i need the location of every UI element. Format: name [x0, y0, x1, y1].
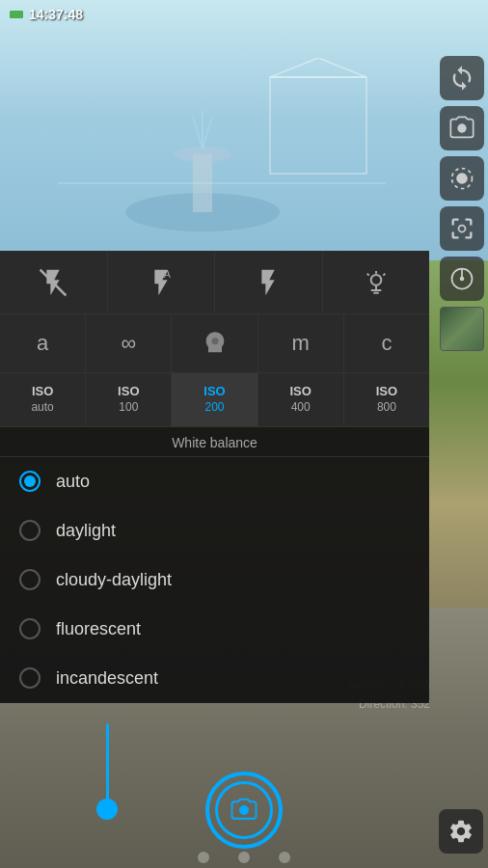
shutter-inner	[215, 781, 273, 839]
wb-cloudy-label: cloudy-daylight	[56, 570, 172, 590]
slider-thumb[interactable]	[96, 799, 118, 820]
iso-400-label: ISO	[290, 384, 312, 400]
wb-auto-item[interactable]: auto	[0, 457, 429, 506]
iso-100-label: ISO	[118, 384, 139, 400]
wb-daylight-item[interactable]: daylight	[0, 506, 429, 556]
mode-continuous-button[interactable]: c	[344, 314, 429, 372]
timer-icon	[448, 265, 475, 292]
right-controls	[435, 48, 488, 359]
iso-auto-button[interactable]: ISO auto	[0, 373, 86, 426]
svg-line-20	[366, 273, 368, 275]
focus-icon	[448, 215, 475, 242]
scene-decoration	[58, 58, 386, 270]
mode-auto-label: a	[37, 331, 48, 356]
settings-button[interactable]	[439, 809, 483, 854]
wb-auto-radio	[19, 471, 41, 492]
flash-row: A	[0, 251, 429, 314]
mode-continuous-label: c	[381, 331, 392, 356]
status-bar: 14:37:48	[0, 0, 488, 29]
iso-800-button[interactable]: ISO 800	[344, 373, 429, 426]
flash-auto-button[interactable]: A	[108, 251, 216, 313]
nav-dot-3	[279, 852, 290, 863]
iso-100-value: 100	[119, 400, 138, 416]
wb-incandescent-label: incandescent	[56, 668, 158, 689]
iso-200-value: 200	[204, 400, 224, 416]
mode-infinity-label: ∞	[121, 331, 136, 356]
wb-fluorescent-radio	[19, 618, 41, 639]
iso-auto-value: auto	[31, 400, 53, 416]
flash-on-icon	[253, 267, 284, 298]
flash-off-button[interactable]	[0, 251, 108, 313]
flash-auto-icon: A	[146, 267, 176, 298]
iso-400-value: 400	[291, 400, 311, 416]
svg-line-21	[383, 273, 385, 275]
svg-point-22	[211, 338, 218, 344]
svg-line-5	[193, 116, 203, 149]
iso-400-button[interactable]: ISO 400	[258, 373, 344, 426]
white-balance-title: White balance	[0, 427, 429, 457]
iso-auto-label: ISO	[32, 384, 53, 400]
wb-incandescent-radio	[19, 667, 41, 689]
white-balance-section: White balance auto daylight cloudy-dayli…	[0, 427, 429, 703]
wb-auto-radio-inner	[24, 475, 36, 487]
time-display: 14:37:48	[29, 7, 83, 22]
flash-on-button[interactable]	[215, 251, 323, 313]
hdr-button[interactable]	[440, 156, 484, 201]
battery-indicator	[10, 11, 23, 18]
torch-icon	[361, 267, 392, 298]
mode-macro-button[interactable]	[172, 314, 258, 372]
shutter-button[interactable]	[205, 772, 283, 849]
wb-cloudy-item[interactable]: cloudy-daylight	[0, 556, 429, 605]
iso-800-label: ISO	[376, 384, 397, 400]
wb-daylight-radio	[19, 520, 41, 541]
switch-camera-button[interactable]	[440, 56, 484, 100]
camera-switch-icon	[448, 65, 475, 92]
wb-fluorescent-label: fluorescent	[56, 619, 141, 639]
iso-200-button[interactable]: ISO 200	[172, 373, 258, 426]
svg-rect-0	[270, 77, 366, 174]
iso-100-button[interactable]: ISO 100	[86, 373, 172, 426]
nav-dot-1	[198, 852, 209, 863]
svg-point-18	[370, 275, 381, 285]
svg-marker-1	[270, 58, 366, 77]
wb-auto-label: auto	[56, 472, 90, 492]
camera-video-icon	[448, 115, 475, 142]
nav-dots	[198, 852, 290, 863]
slider-control[interactable]	[96, 723, 118, 820]
torch-button[interactable]	[323, 251, 430, 313]
focus-button[interactable]	[440, 206, 484, 251]
white-balance-list: auto daylight cloudy-daylight fluorescen…	[0, 457, 429, 703]
settings-gear-icon	[447, 818, 474, 845]
slider-track	[106, 723, 109, 800]
svg-text:A: A	[163, 267, 171, 279]
thumbnail-button[interactable]	[440, 307, 484, 351]
macro-icon	[202, 330, 229, 357]
svg-point-12	[458, 226, 465, 232]
timer-button[interactable]	[440, 257, 484, 301]
photo-video-button[interactable]	[440, 106, 484, 150]
nav-dot-2	[238, 852, 250, 863]
mode-auto-button[interactable]: a	[0, 314, 86, 372]
svg-point-9	[457, 123, 466, 132]
svg-point-10	[456, 173, 468, 184]
iso-row: ISO auto ISO 100 ISO 200 ISO 400 ISO 800	[0, 373, 429, 427]
wb-fluorescent-item[interactable]: fluorescent	[0, 605, 429, 654]
wb-daylight-label: daylight	[56, 521, 116, 541]
iso-200-label: ISO	[203, 384, 225, 400]
mode-manual-label: m	[292, 331, 310, 356]
svg-line-7	[203, 116, 212, 149]
svg-point-23	[239, 805, 249, 815]
iso-800-value: 800	[377, 400, 396, 416]
camera-shutter-icon	[230, 796, 258, 825]
camera-controls-panel: A a ∞	[0, 251, 429, 703]
flash-off-icon	[38, 267, 68, 298]
focus-mode-row: a ∞ m c	[0, 314, 429, 373]
hdr-icon	[448, 165, 475, 192]
mode-manual-button[interactable]: m	[258, 314, 344, 372]
wb-cloudy-radio	[19, 569, 41, 590]
mode-infinity-button[interactable]: ∞	[86, 314, 172, 372]
wb-incandescent-item[interactable]: incandescent	[0, 654, 429, 703]
